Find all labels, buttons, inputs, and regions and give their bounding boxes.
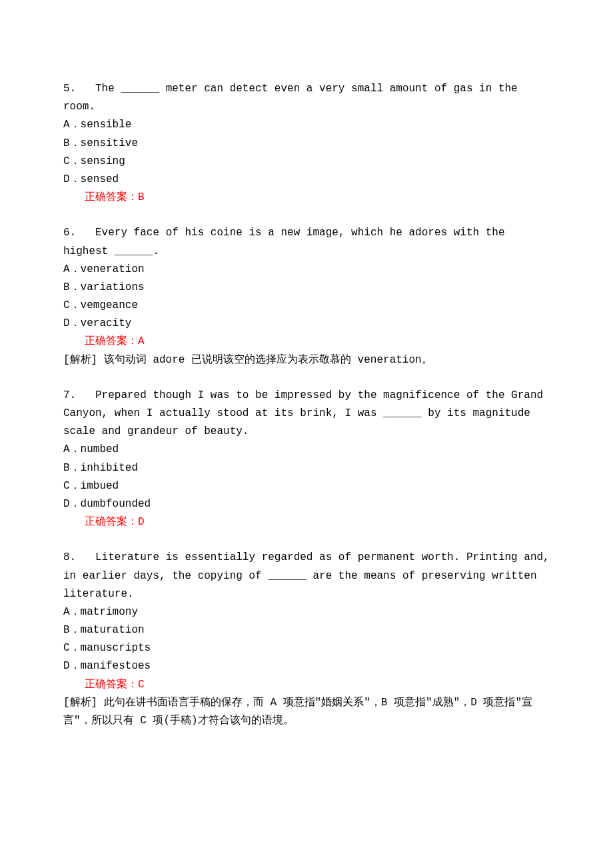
- question-number: 8.: [63, 551, 76, 563]
- option-c: C．sensing: [63, 153, 550, 171]
- question-8: 8. Literature is essentially regarded as…: [63, 549, 550, 730]
- question-text: 8. Literature is essentially regarded as…: [63, 549, 550, 603]
- correct-answer: 正确答案：D: [63, 513, 550, 531]
- option-d: D．sensed: [63, 171, 550, 189]
- option-c: C．manuscripts: [63, 639, 550, 657]
- question-number: 5.: [63, 83, 76, 95]
- analysis-text: [解析] 此句在讲书面语言手稿的保存，而 A 项意指"婚姻关系"，B 项意指"成…: [63, 694, 550, 730]
- question-stem: Every face of his coine is a new image, …: [63, 227, 511, 257]
- option-d: D．veracity: [63, 315, 550, 333]
- question-text: 5. The ______ meter can detect even a ve…: [63, 80, 550, 116]
- option-b: B．variations: [63, 279, 550, 297]
- question-stem: Literature is essentially regarded as of…: [63, 551, 556, 599]
- question-number: 7.: [63, 389, 76, 401]
- question-stem: Prepared though I was to be impressed by…: [63, 389, 550, 437]
- option-d: D．manifestoes: [63, 657, 550, 675]
- option-b: B．sensitive: [63, 135, 550, 153]
- question-7: 7. Prepared though I was to be impressed…: [63, 387, 550, 532]
- question-number: 6.: [63, 227, 76, 239]
- correct-answer: 正确答案：A: [63, 333, 550, 351]
- option-b: B．maturation: [63, 621, 550, 639]
- option-a: A．veneration: [63, 261, 550, 279]
- option-a: A．matrimony: [63, 603, 550, 621]
- question-5: 5. The ______ meter can detect even a ve…: [63, 80, 550, 207]
- question-6: 6. Every face of his coine is a new imag…: [63, 224, 550, 369]
- option-d: D．dumbfounded: [63, 495, 550, 513]
- analysis-text: [解析] 该句动词 adore 已说明该空的选择应为表示敬慕的 venerati…: [63, 351, 550, 369]
- option-b: B．inhibited: [63, 459, 550, 477]
- option-a: A．sensible: [63, 116, 550, 134]
- question-text: 6. Every face of his coine is a new imag…: [63, 224, 550, 260]
- page-container: 5. The ______ meter can detect even a ve…: [0, 0, 613, 868]
- correct-answer: 正确答案：C: [63, 676, 550, 694]
- option-c: C．imbued: [63, 477, 550, 495]
- option-c: C．vemgeance: [63, 297, 550, 315]
- correct-answer: 正确答案：B: [63, 189, 550, 207]
- question-stem: The ______ meter can detect even a very …: [63, 83, 524, 113]
- question-text: 7. Prepared though I was to be impressed…: [63, 387, 550, 441]
- option-a: A．numbed: [63, 441, 550, 459]
